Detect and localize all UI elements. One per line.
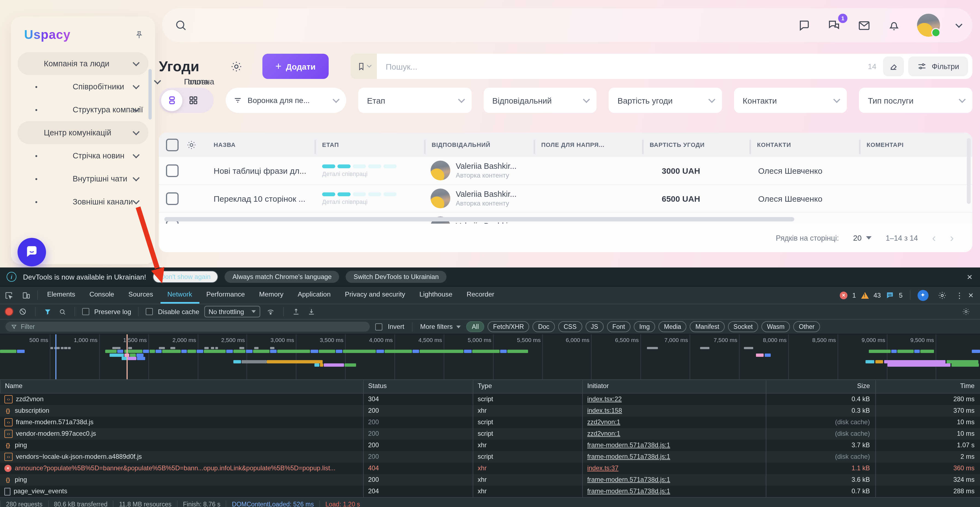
request-type-chip[interactable]: CSS <box>558 321 582 332</box>
request-type-chip[interactable]: Wasm <box>761 321 790 332</box>
network-request-row[interactable]: ping 200 xhr frame-modern.571a738d.js:1 … <box>0 440 980 451</box>
filter-select[interactable]: Вартість угоди <box>609 88 722 113</box>
sidebar-item[interactable]: Внутрішні чати <box>18 167 148 190</box>
page-settings-gear-icon[interactable] <box>230 60 242 73</box>
banner-close-icon[interactable]: × <box>967 272 972 281</box>
import-har-icon[interactable] <box>291 308 302 316</box>
sidebar-item[interactable]: Стрічка новин <box>18 144 148 167</box>
export-har-icon[interactable] <box>307 308 317 316</box>
device-toolbar-icon[interactable] <box>18 291 35 300</box>
network-column-header[interactable]: Type <box>473 380 582 393</box>
column-header[interactable]: ПОЛЕ ДЛЯ НАПРЯ... <box>533 142 642 148</box>
filters-button[interactable]: Фільтри <box>908 56 968 76</box>
mail-icon[interactable] <box>857 18 871 32</box>
network-request-row[interactable]: frame-modern.571a738d.js 200 script zzd2… <box>0 416 980 428</box>
request-initiator-link[interactable]: frame-modern.571a738d.js:1 <box>587 453 670 461</box>
request-name[interactable]: page_view_events <box>14 486 67 497</box>
request-type-chip[interactable]: JS <box>585 321 604 332</box>
filter-funnel-icon[interactable] <box>43 308 52 316</box>
request-type-chip[interactable]: Other <box>793 321 820 332</box>
row-checkbox[interactable] <box>166 164 178 177</box>
sidebar-item[interactable]: Центр комунікацій <box>18 121 148 144</box>
deal-name[interactable]: Нові таблиці фрази дл... <box>206 166 315 175</box>
column-header[interactable]: ВІДПОВІДАЛЬНИЙ <box>424 142 533 148</box>
network-request-row[interactable]: page_view_events 204 xhr frame-modern.57… <box>0 486 980 497</box>
request-name[interactable]: zzd2vnon <box>16 394 43 405</box>
devtools-tab[interactable]: Sources <box>121 287 160 304</box>
next-page-button[interactable]: › <box>950 231 954 244</box>
filter-select[interactable]: Етап <box>358 88 471 113</box>
column-header[interactable]: КОНТАКТИ <box>749 142 859 148</box>
request-type-chip[interactable]: Font <box>607 321 630 332</box>
request-initiator-link[interactable]: index.ts:158 <box>587 407 622 415</box>
request-name[interactable]: frame-modern.571a738d.js <box>16 416 94 428</box>
dont-show-again-button[interactable]: Don't show again <box>153 271 218 283</box>
request-name[interactable]: vendors~locale-uk-json-modern.a4889d0f.j… <box>16 451 142 462</box>
devtools-close-icon[interactable]: × <box>968 291 974 300</box>
horizontal-scrollbar[interactable] <box>164 217 794 222</box>
global-search-icon[interactable] <box>174 19 187 32</box>
search-network-icon[interactable] <box>57 308 67 316</box>
filter-select[interactable]: Відповідальний <box>484 88 597 113</box>
request-type-chip[interactable]: Img <box>634 321 655 332</box>
devtools-tab[interactable]: Console <box>83 287 121 304</box>
user-avatar[interactable] <box>917 14 940 37</box>
support-chat-fab[interactable] <box>18 238 46 266</box>
network-request-row[interactable]: subscription 200 xhr index.ts:158 0.3 kB… <box>0 405 980 416</box>
invert-checkbox[interactable] <box>375 323 382 330</box>
table-row[interactable]: Нові таблиці фрази дл... Деталі співпрац… <box>159 157 972 185</box>
request-name[interactable]: vendor-modern.997acec0.js <box>16 428 96 440</box>
disable-cache-checkbox[interactable] <box>146 308 153 315</box>
request-initiator-link[interactable]: frame-modern.571a738d.js:1 <box>587 476 670 483</box>
network-overview-timeline[interactable]: 500 ms1,000 ms1,500 ms2,000 ms2,500 ms3,… <box>0 334 980 379</box>
list-view-button[interactable] <box>161 89 182 111</box>
more-filters-dropdown[interactable]: More filters <box>420 323 461 330</box>
network-column-header[interactable]: Size <box>766 380 875 393</box>
network-request-row[interactable]: vendors~locale-uk-json-modern.a4889d0f.j… <box>0 451 980 462</box>
funnel-select[interactable]: Воронка для пе... <box>226 88 346 113</box>
columns-settings-gear-icon[interactable] <box>186 139 206 150</box>
network-column-header[interactable]: Status <box>363 380 473 393</box>
devtools-tab[interactable]: Performance <box>199 287 252 304</box>
filter-select[interactable]: Контакти <box>734 88 847 113</box>
devtools-tab[interactable]: Memory <box>252 287 291 304</box>
network-request-row[interactable]: announce?populate%5B%5D=banner&populate%… <box>0 462 980 474</box>
warnings-icon[interactable] <box>861 292 869 298</box>
column-header[interactable]: НАЗВА <box>206 142 315 148</box>
request-type-chip[interactable]: Fetch/XHR <box>488 321 530 332</box>
column-header[interactable]: КОМЕНТАРІ <box>859 142 972 148</box>
inspect-element-icon[interactable] <box>0 291 18 300</box>
feedback-icon[interactable] <box>798 19 811 32</box>
request-type-chip[interactable]: Manifest <box>690 321 725 332</box>
clear-network-log-icon[interactable] <box>18 308 28 316</box>
sidebar-item[interactable]: Зовнішні канали <box>18 190 148 213</box>
request-name[interactable]: ping <box>15 440 27 451</box>
add-deal-button[interactable]: +Додати <box>262 54 329 79</box>
devtools-tab[interactable]: Lighthouse <box>412 287 459 304</box>
prev-page-button[interactable]: ‹ <box>932 231 935 244</box>
switch-to-ukrainian-button[interactable]: Switch DevTools to Ukrainian <box>346 271 447 283</box>
devtools-settings-gear-icon[interactable] <box>933 291 951 300</box>
network-request-row[interactable]: vendor-modern.997acec0.js 200 script zzd… <box>0 428 980 440</box>
network-column-header[interactable]: Time <box>875 380 980 393</box>
issues-icon[interactable] <box>886 291 894 299</box>
network-request-row[interactable]: zzd2vnon 304 script index.tsx:22 0.4 kB … <box>0 394 980 405</box>
request-name[interactable]: subscription <box>15 405 49 416</box>
pin-sidebar-icon[interactable] <box>134 30 144 40</box>
rows-per-page-select[interactable]: 20 <box>853 233 872 242</box>
network-settings-gear-icon[interactable] <box>958 308 975 316</box>
record-network-log-button[interactable] <box>5 308 13 315</box>
sidebar-item[interactable]: Компанія та люди <box>18 52 148 75</box>
more-options-kebab-icon[interactable]: ⋮ <box>956 291 963 300</box>
request-type-chip[interactable]: All <box>466 321 485 332</box>
select-all-checkbox[interactable] <box>166 139 178 151</box>
deal-name[interactable]: Переклад 10 сторінок ... <box>206 194 315 203</box>
sidebar-item[interactable]: Співробітники <box>18 75 148 98</box>
deal-search-input[interactable]: Пошук... 14 Фільтри <box>377 54 972 79</box>
sidebar-scrollbar[interactable] <box>148 69 152 120</box>
request-name[interactable]: ping <box>15 474 27 486</box>
filter-select[interactable]: Тип послуги <box>859 88 972 113</box>
request-initiator-link[interactable]: zzd2vnon:1 <box>587 418 620 426</box>
errors-icon[interactable]: × <box>840 291 848 299</box>
request-type-chip[interactable]: Doc <box>533 321 555 332</box>
